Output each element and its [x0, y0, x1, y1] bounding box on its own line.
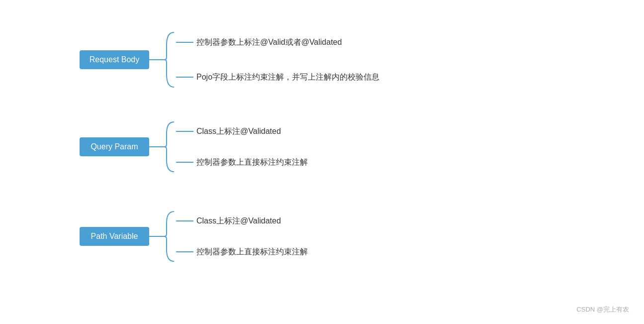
branches-path-variable: Class上标注@Validated 控制器参数上直接标注约束注解	[176, 209, 308, 264]
branch-line-1a	[176, 41, 193, 43]
branch-text-2b: 控制器参数上直接标注约束注解	[193, 157, 308, 168]
branch-line-1b	[176, 76, 193, 78]
watermark: CSDN @完上有农	[576, 305, 629, 314]
branches-query-param: Class上标注@Validated 控制器参数上直接标注约束注解	[176, 119, 308, 174]
branch-line-3a	[176, 220, 193, 222]
branch-text-1b: Pojo字段上标注约束注解，并写上注解内的校验信息	[193, 72, 379, 83]
branch-text-3a: Class上标注@Validated	[193, 216, 281, 226]
connector-2	[149, 146, 164, 148]
connector-1	[149, 59, 164, 61]
branch-line-2a	[176, 130, 193, 132]
node-request-body: Request Body	[80, 50, 149, 69]
node-path-variable: Path Variable	[80, 227, 149, 246]
section-query-param: Query Param Class上标注@Validated 控制器参数上直接标…	[80, 119, 308, 174]
node-query-param: Query Param	[80, 137, 149, 156]
section-request-body: Request Body 控制器参数上标注@Valid或者@Validated	[80, 30, 379, 90]
branch-text-1a: 控制器参数上标注@Valid或者@Validated	[193, 37, 342, 48]
brace-query-param	[164, 119, 176, 174]
branches-request-body: 控制器参数上标注@Valid或者@Validated Pojo字段上标注约束注解…	[176, 30, 379, 90]
brace-request-body	[164, 30, 176, 90]
brace-path-variable	[164, 209, 176, 264]
branch-line-2b	[176, 161, 193, 163]
connector-3	[149, 235, 164, 237]
branch-line-3b	[176, 251, 193, 253]
branch-text-3b: 控制器参数上直接标注约束注解	[193, 247, 308, 257]
branch-text-2a: Class上标注@Validated	[193, 126, 281, 137]
section-path-variable: Path Variable Class上标注@Validated 控制器参数上直…	[80, 209, 308, 264]
